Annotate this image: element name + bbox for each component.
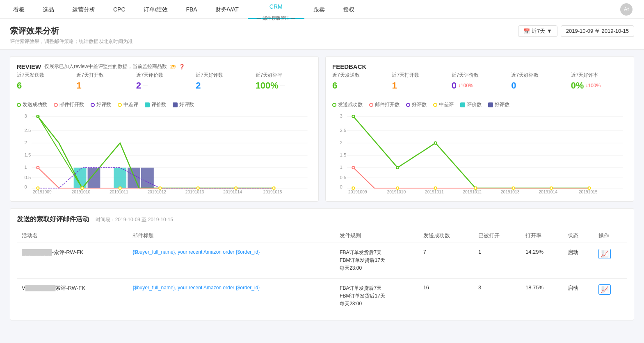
avatar: At [620, 3, 633, 16]
review-stat-positive: 近7天好评数 2 [192, 72, 252, 91]
feedback-card-title: FEEDBACK [332, 63, 627, 70]
help-icon: ❓ [179, 64, 185, 70]
svg-point-58 [396, 166, 399, 169]
svg-point-34 [235, 187, 237, 189]
legend-neutral-icon [118, 103, 122, 107]
review-card: REVIEW 仅展示已加入review中差评监控的数据，当前监控商品数 29 ❓… [10, 56, 319, 202]
legend-sent-icon [17, 103, 21, 107]
nav-yunyingfenxi[interactable]: 运营分析 [63, 0, 104, 19]
chart-action-icon-1[interactable]: 📈 [598, 249, 611, 259]
review-stat-review: 近7天评价数 2 — [133, 72, 192, 91]
feedback-chart-svg: 3 2.5 2 1.5 1 0.5 0 20191009 [332, 111, 627, 193]
svg-text:20191009: 20191009 [348, 190, 367, 193]
review-chart-svg: 3 2.5 2 1.5 1 0.5 0 20191009 [17, 111, 312, 193]
svg-point-31 [119, 187, 121, 189]
svg-point-29 [37, 187, 39, 189]
svg-text:1.5: 1.5 [24, 152, 31, 157]
review-chart: 3 2.5 2 1.5 1 0.5 0 20191009 [17, 111, 312, 195]
svg-text:1: 1 [24, 165, 27, 170]
date-range-btn[interactable]: 📅 近7天 ▼ [518, 25, 557, 37]
svg-text:20191012: 20191012 [463, 190, 482, 193]
main-content: REVIEW 仅展示已加入review中差评监控的数据，当前监控商品数 29 ❓… [0, 50, 644, 327]
svg-point-59 [434, 142, 437, 144]
review-legend: 发送成功数 邮件打开数 好评数 中差评 评价数 [17, 101, 312, 108]
svg-text:20191013: 20191013 [185, 190, 204, 193]
svg-point-66 [512, 187, 515, 189]
charts-row: REVIEW 仅展示已加入review中差评监控的数据，当前监控商品数 29 ❓… [10, 56, 634, 202]
svg-point-32 [159, 187, 161, 189]
svg-text:3: 3 [24, 114, 27, 118]
send-rule-1: FBA订单发货后7天FBM订单发货后17天每天23:00 [335, 243, 418, 279]
svg-text:20191011: 20191011 [110, 190, 128, 193]
svg-text:20191009: 20191009 [33, 190, 52, 193]
table-header: 发送的索取好评邮件活动 时间段：2019-10-09 至 2019-10-15 [17, 215, 627, 224]
page-header: 索评效果分析 评估索评效果，调整邮件策略；统计数据以北京时间为准 📅 近7天 ▼… [0, 19, 644, 50]
nav-kanban[interactable]: 看板 [4, 0, 34, 19]
nav-cpc[interactable]: CPC [104, 0, 135, 19]
action-1[interactable]: 📈 [594, 243, 627, 279]
svg-text:0.5: 0.5 [340, 175, 346, 180]
feedback-stats: 近7天发送数 6 近7天打开数 1 近7天评价数 0 ↓100% 近7天好评数 [332, 72, 627, 96]
feedback-stat-sent: 近7天发送数 6 [332, 72, 388, 91]
nav-finance[interactable]: 财务/VAT [206, 0, 248, 19]
top-navigation: 看板 选品 运营分析 CPC 订单/绩效 FBA 财务/VAT CRM — 邮件… [0, 0, 644, 19]
svg-rect-25 [141, 168, 154, 188]
col-rule: 发件规则 [335, 229, 418, 243]
email-subject-2: {$buyer_full_name}, your recent Amazon o… [128, 278, 335, 313]
svg-text:20191012: 20191012 [147, 190, 166, 193]
review-card-title: REVIEW 仅展示已加入review中差评监控的数据，当前监控商品数 29 ❓ [17, 63, 312, 70]
svg-text:20191010: 20191010 [72, 190, 91, 193]
svg-point-57 [352, 115, 354, 118]
table-row: ████████-索评-RW-FK {$buyer_full_name}, yo… [17, 243, 627, 279]
calendar-icon: 📅 [523, 28, 530, 34]
svg-text:1.5: 1.5 [340, 152, 346, 157]
svg-text:20191010: 20191010 [387, 190, 406, 193]
svg-point-61 [352, 166, 354, 169]
svg-point-63 [396, 187, 399, 189]
svg-text:20191013: 20191013 [501, 190, 520, 193]
activity-name-2: V████████索评-RW-FK [17, 278, 128, 313]
date-range-display: 2019-10-09 至 2019-10-15 [561, 25, 634, 37]
legend-review-count-icon [145, 102, 150, 107]
svg-point-64 [434, 187, 437, 189]
feedback-chart: 3 2.5 2 1.5 1 0.5 0 20191009 [332, 111, 627, 195]
svg-text:20191015: 20191015 [579, 190, 598, 193]
open-rate-2: 18.75% [521, 278, 563, 313]
feedback-stat-open: 近7天打开数 1 [388, 72, 448, 91]
nav-genmei[interactable]: 跟卖 [304, 0, 334, 19]
svg-text:20191014: 20191014 [223, 190, 242, 193]
nav-shouquan[interactable]: 授权 [334, 0, 363, 19]
activity-name-1: ████████-索评-RW-FK [17, 243, 128, 279]
svg-point-62 [352, 187, 354, 189]
table-row: V████████索评-RW-FK {$buyer_full_name}, yo… [17, 278, 627, 313]
col-opened: 已被打开 [473, 229, 521, 243]
sent-count-1: 7 [418, 243, 473, 279]
svg-text:0: 0 [24, 184, 27, 189]
nav-crm[interactable]: CRM — 邮件模版管理 — [248, 0, 304, 19]
chart-action-icon-2[interactable]: 📈 [598, 284, 611, 295]
opened-count-2: 3 [473, 278, 521, 313]
nav-crm-label: CRM [269, 0, 283, 16]
legend-positive-icon [91, 103, 95, 107]
col-rate: 打开率 [521, 229, 563, 243]
svg-text:2.5: 2.5 [24, 128, 31, 133]
review-stat-rate: 近7天好评率 100% — [252, 72, 312, 91]
review-subtitle: 仅展示已加入review中差评监控的数据，当前监控商品数 [44, 63, 167, 70]
svg-rect-22 [88, 168, 100, 188]
nav-fba[interactable]: FBA [177, 0, 206, 19]
table-title: 发送的索取好评邮件活动 [17, 216, 89, 223]
svg-text:2: 2 [24, 140, 27, 145]
svg-point-35 [272, 187, 275, 189]
svg-text:2: 2 [340, 140, 342, 145]
nav-order[interactable]: 订单/绩效 [135, 0, 177, 19]
feedback-stat-review: 近7天评价数 0 ↓100% [448, 72, 508, 91]
feedback-card: FEEDBACK 近7天发送数 6 近7天打开数 1 近7天评价数 0 ↓100… [325, 56, 634, 202]
status-1: 启动 [563, 243, 594, 279]
svg-point-30 [81, 187, 83, 189]
svg-text:20191014: 20191014 [539, 190, 557, 193]
page-title: 索评效果分析 [10, 25, 133, 36]
status-2: 启动 [563, 278, 594, 313]
nav-xuanpin[interactable]: 选品 [34, 0, 63, 19]
svg-point-65 [474, 187, 477, 189]
action-2[interactable]: 📈 [594, 278, 627, 313]
